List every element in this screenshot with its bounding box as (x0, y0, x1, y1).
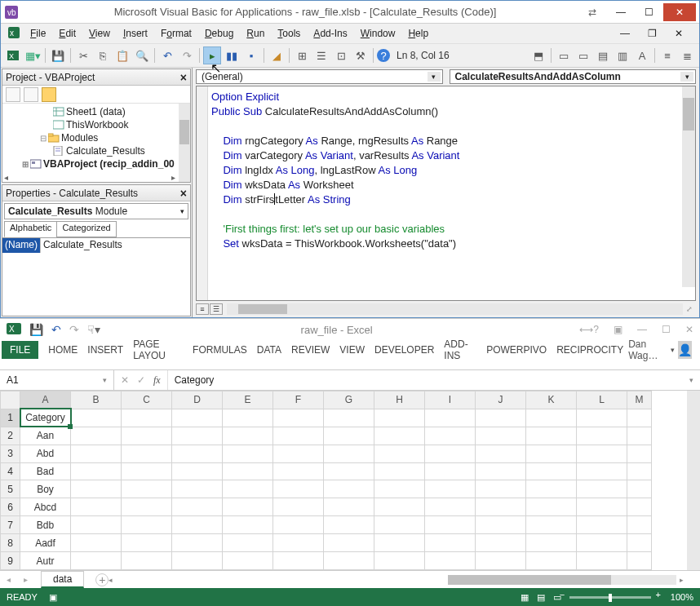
copy-icon[interactable]: ⎘ (94, 46, 112, 64)
menu-help[interactable]: Help (401, 26, 435, 41)
excel-minimize-button[interactable]: — (637, 324, 647, 335)
toggle-folders-icon[interactable] (42, 87, 56, 102)
enter-formula-icon[interactable]: ✓ (137, 374, 145, 386)
column-header[interactable]: K (526, 391, 577, 409)
row-header[interactable]: 8 (1, 534, 20, 552)
view-normal-icon[interactable]: ▦ (521, 592, 529, 603)
mdi-restore-button[interactable]: ❐ (641, 26, 663, 41)
excel-user-account[interactable]: Dan Wag…▾ 👤 (628, 338, 698, 361)
ribbon-tab-view[interactable]: VIEW (334, 342, 370, 358)
properties-grid[interactable]: (Name) Calculate_Results (2, 237, 190, 316)
project-explorer-icon[interactable]: ⊞ (293, 46, 311, 64)
view-excel-icon[interactable]: X (4, 46, 22, 64)
ribbon-display-icon[interactable]: ▣ (614, 324, 622, 335)
cell-a1[interactable]: Category (20, 409, 71, 427)
ribbon-tab-formulas[interactable]: FORMULAS (188, 342, 252, 358)
column-header[interactable]: A (20, 391, 71, 409)
properties-object-selector[interactable]: Calculate_Results Module ▾ (4, 203, 188, 219)
code-editor[interactable]: Option Explicit Public Sub CalculateResu… (196, 86, 696, 301)
tree-item-thisworkbook[interactable]: ThisWorkbook (4, 118, 188, 131)
menu-tools[interactable]: Tools (271, 26, 307, 41)
menu-view[interactable]: View (82, 26, 117, 41)
column-header[interactable]: M (627, 391, 652, 409)
excel-sheet-grid[interactable]: A B C D E F G H I J K L M 1Category 2Aan… (0, 391, 700, 570)
zoom-level[interactable]: 100% (671, 592, 693, 602)
row-header[interactable]: 7 (1, 516, 20, 534)
row-header[interactable]: 1 (1, 409, 20, 427)
project-tree[interactable]: Sheet1 (data) ThisWorkbook ⊟Modules Calc… (2, 104, 190, 182)
indent-icon[interactable]: ≡ (658, 46, 676, 64)
tree-item-calculate-results[interactable]: Calculate_Results (4, 144, 188, 157)
menu-file[interactable]: FFileile (24, 26, 52, 41)
procedure-selector[interactable]: CalculateResultsAndAddAsColumn▾ (450, 69, 697, 84)
row-header[interactable]: 4 (1, 462, 20, 480)
ribbon-tab-reciprocity[interactable]: RECIPROCITY (552, 342, 628, 358)
tree-item-sheet1[interactable]: Sheet1 (data) (4, 105, 188, 118)
property-row-name[interactable]: (Name) Calculate_Results (2, 238, 190, 253)
cell[interactable]: Abd (20, 445, 71, 462)
name-box[interactable]: A1 ▾ (0, 370, 114, 390)
excel-return-icon[interactable]: x (4, 26, 24, 42)
excel-close-button[interactable]: ✕ (685, 324, 693, 335)
cell[interactable]: Aan (20, 427, 71, 445)
menu-insert[interactable]: Insert (117, 26, 154, 41)
edit-tb-icon4[interactable]: ▥ (614, 46, 631, 64)
menu-window[interactable]: Window (354, 26, 402, 41)
column-header[interactable]: C (122, 391, 172, 409)
restore-inner-icon[interactable]: ⇄ (588, 7, 596, 18)
break-button[interactable]: ▮▮ (223, 46, 241, 64)
row-header[interactable]: 6 (1, 498, 20, 516)
column-header[interactable]: E (223, 391, 273, 409)
view-object-icon[interactable] (24, 87, 38, 102)
procedure-view-button[interactable]: ≡ (196, 303, 209, 315)
cell[interactable]: Bdb (20, 516, 71, 534)
menu-debug[interactable]: Debug (198, 26, 240, 41)
minimize-button[interactable]: — (608, 3, 634, 21)
macro-record-icon[interactable]: ▣ (49, 592, 57, 603)
menu-addins[interactable]: Add-Ins (307, 26, 353, 41)
menu-format[interactable]: Format (154, 26, 198, 41)
full-module-view-button[interactable]: ☰ (210, 303, 223, 315)
object-browser-icon[interactable]: ⊡ (332, 46, 350, 64)
touch-mode-icon[interactable]: ☟▾ (87, 323, 100, 336)
upgrade-icon[interactable]: ⟷? (579, 324, 599, 335)
code-horizontal-scrollbar[interactable] (227, 303, 683, 315)
undo-icon[interactable]: ↶ (51, 323, 61, 336)
column-header[interactable]: J (476, 391, 526, 409)
column-header[interactable]: I (425, 391, 476, 409)
sheet-vertical-scrollbar[interactable] (687, 391, 700, 570)
outdent-icon[interactable]: ≣ (678, 46, 696, 64)
cell[interactable]: Aadf (20, 534, 71, 552)
tree-item-modules-folder[interactable]: ⊟Modules (4, 131, 188, 144)
ribbon-tab-data[interactable]: DATA (252, 342, 286, 358)
ribbon-tab-powerpivot[interactable]: POWERPIVO (481, 342, 552, 358)
help-icon[interactable]: ? (377, 49, 390, 62)
fx-icon[interactable]: fx (153, 374, 161, 387)
column-header[interactable]: F (273, 391, 324, 409)
menu-edit[interactable]: Edit (52, 26, 82, 41)
add-sheet-button[interactable]: + (95, 573, 109, 586)
column-header[interactable]: H (374, 391, 425, 409)
chevron-down-icon[interactable]: ▾ (680, 72, 693, 82)
menu-run[interactable]: Run (240, 26, 271, 41)
column-header[interactable]: G (324, 391, 374, 409)
sheet-nav-next[interactable]: ▸ (17, 575, 34, 584)
project-scrollbar[interactable] (179, 104, 190, 182)
object-selector[interactable]: (General)▾ (196, 69, 443, 84)
properties-close-button[interactable]: × (180, 187, 187, 200)
cell[interactable]: Boy (20, 480, 71, 498)
ribbon-tab-addins[interactable]: ADD-INS (439, 336, 481, 364)
undo-icon[interactable]: ↶ (158, 46, 176, 64)
ribbon-tab-review[interactable]: REVIEW (286, 342, 334, 358)
properties-tab-alphabetic[interactable]: Alphabetic (4, 221, 57, 237)
insert-module-icon[interactable]: ▦▾ (24, 46, 42, 64)
tree-item-vbaproject-addin[interactable]: ⊞VBAProject (recip_addin_00 (4, 157, 188, 170)
properties-tab-categorized[interactable]: Categorized (56, 221, 116, 237)
row-header[interactable]: 5 (1, 480, 20, 498)
row-header[interactable]: 2 (1, 427, 20, 445)
excel-maximize-button[interactable]: ☐ (662, 324, 671, 335)
paste-icon[interactable]: 📋 (113, 46, 131, 64)
save-icon[interactable]: 💾 (29, 323, 43, 336)
select-all-corner[interactable] (1, 391, 20, 409)
close-button[interactable]: ✕ (663, 3, 696, 21)
